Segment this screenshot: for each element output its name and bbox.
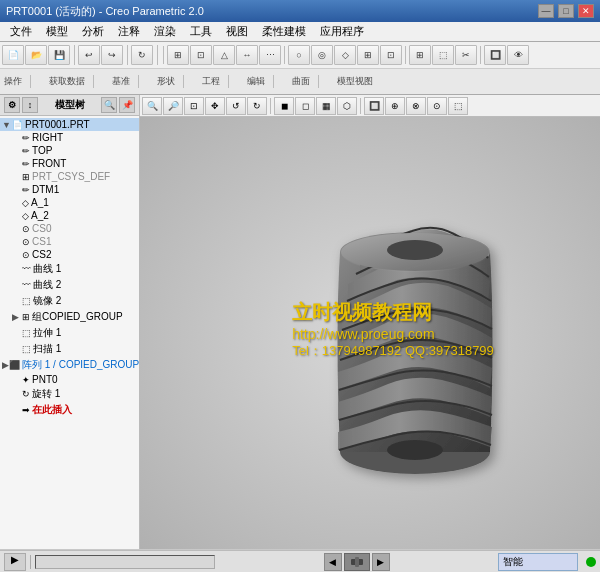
tb-chamf-btn[interactable]: ◇ (334, 45, 356, 65)
maximize-button[interactable]: □ (558, 4, 574, 18)
view-btn-pan[interactable]: ✥ (205, 97, 225, 115)
tb-undo-btn[interactable]: ↩ (78, 45, 100, 65)
3d-viewport[interactable]: 立时视频教程网 http://www.proeug.com Tel：137949… (140, 117, 600, 549)
close-button[interactable]: ✕ (578, 4, 594, 18)
gear-model (240, 132, 580, 542)
tree-item[interactable]: ↻旋转 1 (0, 386, 139, 402)
view-btn-point-show[interactable]: ⊙ (427, 97, 447, 115)
menu-item-4[interactable]: 渲染 (148, 23, 182, 40)
tree-item[interactable]: 〰曲线 1 (0, 261, 139, 277)
tree-expand-btn[interactable]: ↕ (22, 97, 38, 113)
tb-hole-btn[interactable]: ○ (288, 45, 310, 65)
tree-expand-icon[interactable]: ▶ (12, 312, 22, 322)
tree-item[interactable]: ◇A_2 (0, 209, 139, 222)
menu-item-5[interactable]: 工具 (184, 23, 218, 40)
tree-item-icon: 〰 (22, 264, 31, 274)
tb-new-btn[interactable]: 📄 (2, 45, 24, 65)
tree-item-label: RIGHT (32, 132, 63, 143)
view-btn-axis-show[interactable]: ⊗ (406, 97, 426, 115)
tree-title: 模型树 (40, 98, 99, 112)
tree-item-icon: ✏ (22, 146, 30, 156)
tree-item[interactable]: ▶⊞组COPIED_GROUP (0, 309, 139, 325)
tree-item[interactable]: ▼📄PRT0001.PRT (0, 118, 139, 131)
view-btn-surface-show[interactable]: ⬚ (448, 97, 468, 115)
tb-round-btn[interactable]: ◎ (311, 45, 333, 65)
tree-expand-icon[interactable]: ▼ (2, 120, 12, 130)
tb-view-btn[interactable]: 👁 (507, 45, 529, 65)
tree-body: ▼📄PRT0001.PRT ✏RIGHT ✏TOP ✏FRONT ⊞PRT_CS… (0, 116, 139, 549)
tb-mirror-btn[interactable]: ⬚ (432, 45, 454, 65)
status-nav-btn-right[interactable]: ▶ (372, 553, 390, 571)
menu-item-8[interactable]: 应用程序 (314, 23, 370, 40)
tb-open-btn[interactable]: 📂 (25, 45, 47, 65)
status-nav-btn[interactable]: ◀ (324, 553, 342, 571)
menu-item-7[interactable]: 柔性建模 (256, 23, 312, 40)
tree-item-label: PRT0001.PRT (25, 119, 90, 130)
svg-point-3 (387, 240, 443, 260)
tb-sep-1 (163, 46, 164, 64)
tree-item[interactable]: ⊙CS0 (0, 222, 139, 235)
menu-item-1[interactable]: 模型 (40, 23, 74, 40)
tb-btn-a3[interactable]: △ (213, 45, 235, 65)
view-btn-zoom-out[interactable]: 🔎 (163, 97, 183, 115)
tree-item[interactable]: ⊙CS2 (0, 248, 139, 261)
tb-trim-btn[interactable]: ✂ (455, 45, 477, 65)
tb-btn-a1[interactable]: ⊞ (167, 45, 189, 65)
tree-expand-icon[interactable]: ▶ (2, 360, 9, 370)
view-btn-spin[interactable]: ↻ (247, 97, 267, 115)
tb-array-btn[interactable]: ⊞ (409, 45, 431, 65)
viewport-panel[interactable]: 🔍 🔎 ⊡ ✥ ↺ ↻ ◼ ◻ ▦ ⬡ 🔲 ⊕ ⊗ ⊙ ⬚ (140, 95, 600, 549)
tree-search-btn[interactable]: 🔍 (101, 97, 117, 113)
tree-item[interactable]: ✦PNT0 (0, 373, 139, 386)
tb-rib-btn[interactable]: ⊞ (357, 45, 379, 65)
tree-item-label: 在此插入 (32, 403, 72, 417)
tree-item[interactable]: ✏DTM1 (0, 183, 139, 196)
tree-item[interactable]: ⊙CS1 (0, 235, 139, 248)
menu-item-3[interactable]: 注释 (112, 23, 146, 40)
tree-item[interactable]: ✏RIGHT (0, 131, 139, 144)
tree-item[interactable]: ◇A_1 (0, 196, 139, 209)
tree-item-icon: ⊞ (22, 312, 30, 322)
tree-item-label: TOP (32, 145, 52, 156)
tree-item[interactable]: ▶⬛阵列 1 / COPIED_GROUP_1 (0, 357, 139, 373)
menu-item-0[interactable]: 文件 (4, 23, 38, 40)
tb-btn-a2[interactable]: ⊡ (190, 45, 212, 65)
tree-item[interactable]: ➡在此插入 (0, 402, 139, 418)
view-btn-shading[interactable]: ◼ (274, 97, 294, 115)
view-btn-hidden[interactable]: ▦ (316, 97, 336, 115)
tree-item[interactable]: ⬚扫描 1 (0, 341, 139, 357)
menubar: 文件模型分析注释渲染工具视图柔性建模应用程序 (0, 22, 600, 42)
tree-pin-btn[interactable]: 📌 (119, 97, 135, 113)
tree-item-icon: ⬚ (22, 296, 31, 306)
tb-regen-btn[interactable]: ↻ (131, 45, 153, 65)
status-play-btn[interactable]: ▶ (4, 553, 26, 571)
tb-btn-a4[interactable]: ↔ (236, 45, 258, 65)
view-btn-datum-show[interactable]: 🔲 (364, 97, 384, 115)
tb-save-btn[interactable]: 💾 (48, 45, 70, 65)
menu-item-6[interactable]: 视图 (220, 23, 254, 40)
tree-item[interactable]: 〰曲线 2 (0, 277, 139, 293)
tree-item-icon: ⊙ (22, 237, 30, 247)
tb-label-mview: 模型视图 (337, 75, 373, 88)
tree-settings-btn[interactable]: ⚙ (4, 97, 20, 113)
tree-item[interactable]: ⊞PRT_CSYS_DEF (0, 170, 139, 183)
tree-item[interactable]: ✏TOP (0, 144, 139, 157)
tb-redo-btn[interactable]: ↪ (101, 45, 123, 65)
tb-draft-btn[interactable]: ⊡ (380, 45, 402, 65)
tree-item-label: PNT0 (32, 374, 58, 385)
view-btn-wireframe[interactable]: ◻ (295, 97, 315, 115)
tb-comp-btn[interactable]: 🔲 (484, 45, 506, 65)
view-btn-coord-show[interactable]: ⊕ (385, 97, 405, 115)
tree-header: ⚙ ↕ 模型树 🔍 📌 (0, 95, 139, 116)
tree-item[interactable]: ⬚镜像 2 (0, 293, 139, 309)
tb-btn-a5[interactable]: ⋯ (259, 45, 281, 65)
view-btn-rotate[interactable]: ↺ (226, 97, 246, 115)
view-btn-zoom-in[interactable]: 🔍 (142, 97, 162, 115)
status-center-btn[interactable] (344, 553, 370, 571)
view-btn-zoom-fit[interactable]: ⊡ (184, 97, 204, 115)
view-btn-persp[interactable]: ⬡ (337, 97, 357, 115)
tree-item[interactable]: ✏FRONT (0, 157, 139, 170)
minimize-button[interactable]: — (538, 4, 554, 18)
tree-item[interactable]: ⬚拉伸 1 (0, 325, 139, 341)
menu-item-2[interactable]: 分析 (76, 23, 110, 40)
